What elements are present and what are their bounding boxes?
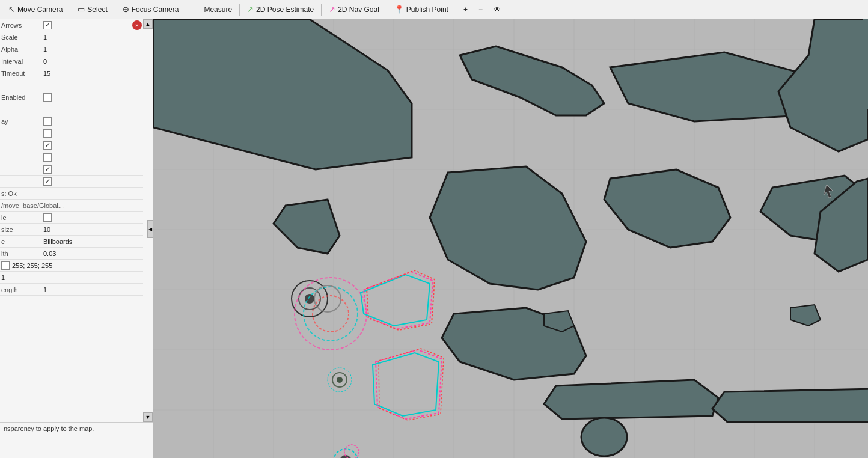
svg-marker-31 <box>712 389 868 422</box>
nav-goal-icon: ↗ <box>329 5 335 14</box>
nav-goal-label: 2D Nav Goal <box>338 5 379 14</box>
move-camera-button[interactable]: ↖ Move Camera <box>4 2 67 16</box>
prop-row-lth: lth 0.03 <box>0 248 143 260</box>
view-icon: 👁 <box>494 5 501 14</box>
svg-rect-23 <box>863 19 868 109</box>
prop-label-alpha: Alpha <box>1 46 43 53</box>
prop-row-cb5 <box>0 176 143 188</box>
prop-row-arrows: Arrows <box>0 19 143 31</box>
toolbar-separator-7 <box>456 4 456 16</box>
prop-row-ay: ay <box>0 115 143 127</box>
zoom-out-icon: − <box>478 5 483 14</box>
prop-label-interval: Interval <box>1 58 43 65</box>
view-button[interactable]: 👁 <box>489 3 506 16</box>
prop-label-ay: ay <box>1 118 43 125</box>
zoom-in-icon: + <box>463 5 468 14</box>
toolbar-separator-1 <box>70 4 70 16</box>
publish-point-button[interactable]: 📍 Publish Point <box>390 2 453 16</box>
prop-row-alpha: Alpha 1 <box>0 43 143 55</box>
prop-label-billboards: e <box>1 238 43 245</box>
prop-label-le: le <box>1 214 43 221</box>
prop-row-scale: Scale 1 <box>0 31 143 43</box>
toolbar-separator-6 <box>387 4 387 16</box>
prop-row-cb1 <box>0 127 143 139</box>
prop-checkbox-cb1[interactable] <box>43 129 52 138</box>
select-icon: ▭ <box>78 5 85 14</box>
prop-row-size: size 10 <box>0 224 143 236</box>
prop-row-cb4 <box>0 163 143 176</box>
toolbar-separator-4 <box>239 4 240 16</box>
prop-checkbox-cb5[interactable] <box>43 177 52 186</box>
prop-label-enabled: Enabled <box>1 94 43 101</box>
measure-label: Measure <box>204 5 232 14</box>
prop-value-interval: 0 <box>43 58 142 65</box>
prop-checkbox-cb4[interactable] <box>43 165 52 174</box>
toolbar-separator-2 <box>115 4 115 16</box>
map-area[interactable] <box>153 19 868 458</box>
prop-checkbox-enabled[interactable] <box>43 93 52 102</box>
prop-checkbox-ay[interactable] <box>43 117 52 126</box>
status-text: nsparency to apply to the map. <box>4 425 94 432</box>
prop-row-ength: ength 1 <box>0 284 143 296</box>
prop-label-arrows: Arrows <box>1 22 43 29</box>
prop-label-scale: Scale <box>1 34 43 41</box>
prop-value-ength: 1 <box>43 286 142 293</box>
zoom-in-button[interactable]: + <box>459 3 472 16</box>
pose-estimate-icon: ↗ <box>247 5 254 14</box>
scroll-up-button[interactable]: ▲ <box>143 19 153 29</box>
properties-scroll[interactable]: Arrows Scale 1 Alpha 1 Interval 0 Timeou… <box>0 19 143 422</box>
focus-camera-icon: ⊕ <box>123 5 129 14</box>
prop-value-size: 10 <box>43 226 142 233</box>
prop-row-enabled: Enabled <box>0 91 143 103</box>
prop-checkbox-cb2[interactable] <box>43 141 52 150</box>
publish-point-icon: 📍 <box>394 5 404 14</box>
prop-label-ength: ength <box>1 286 43 293</box>
zoom-out-button[interactable]: − <box>474 3 487 16</box>
select-label: Select <box>87 5 107 14</box>
prop-checkbox-le[interactable] <box>43 213 52 222</box>
prop-value-scale: 1 <box>43 34 142 41</box>
prop-value-1: 1 <box>1 274 142 281</box>
svg-point-32 <box>581 418 627 456</box>
prop-label-size: size <box>1 226 43 233</box>
toolbar: ↖ Move Camera ▭ Select ⊕ Focus Camera ⸻ … <box>0 0 868 19</box>
prop-value-alpha: 1 <box>43 46 142 53</box>
prop-row-billboards: e Billboards <box>0 236 143 248</box>
measure-icon: ⸻ <box>194 5 201 14</box>
prop-value-color: 255; 255; 255 <box>12 262 142 269</box>
measure-button[interactable]: ⸻ Measure <box>189 2 237 16</box>
move-camera-icon: ↖ <box>8 5 15 14</box>
prop-label-timeout: Timeout <box>1 70 43 77</box>
select-button[interactable]: ▭ Select <box>73 2 112 16</box>
prop-value-lth: 0.03 <box>43 250 142 257</box>
prop-row-val1: 1 <box>0 272 143 284</box>
focus-camera-button[interactable]: ⊕ Focus Camera <box>118 2 184 16</box>
focus-camera-label: Focus Camera <box>132 5 179 14</box>
prop-row-interval: Interval 0 <box>0 55 143 67</box>
prop-row-le: le <box>0 212 143 224</box>
pose-estimate-label: 2D Pose Estimate <box>256 5 314 14</box>
collapse-panel-handle[interactable]: ◀ <box>147 220 153 238</box>
prop-checkbox-cb3[interactable] <box>43 153 52 162</box>
nav-goal-button[interactable]: ↗ 2D Nav Goal <box>324 2 384 16</box>
publish-point-label: Publish Point <box>406 5 448 14</box>
toolbar-separator-5 <box>321 4 322 16</box>
svg-point-51 <box>337 377 343 383</box>
status-bar: nsparency to apply to the map. <box>0 422 153 458</box>
prop-checkbox-arrows[interactable] <box>43 21 52 29</box>
prop-row-cb2 <box>0 139 143 151</box>
prop-row-cb3 <box>0 151 143 163</box>
prop-row-color: 255; 255; 255 <box>0 260 143 272</box>
prop-spacer-2 <box>0 103 143 115</box>
move-camera-label: Move Camera <box>17 5 63 14</box>
prop-label-lth: lth <box>1 250 43 257</box>
scroll-down-button[interactable]: ▼ <box>143 412 153 422</box>
map-svg <box>153 19 868 458</box>
prop-spacer-1 <box>0 79 143 91</box>
prop-color-checkbox[interactable] <box>1 261 10 270</box>
prop-value-billboards: Billboards <box>43 238 142 245</box>
prop-row-topic: /move_base/Global... <box>0 200 143 212</box>
svg-marker-30 <box>544 380 718 419</box>
toolbar-separator-3 <box>186 4 186 16</box>
pose-estimate-button[interactable]: ↗ 2D Pose Estimate <box>242 2 319 16</box>
